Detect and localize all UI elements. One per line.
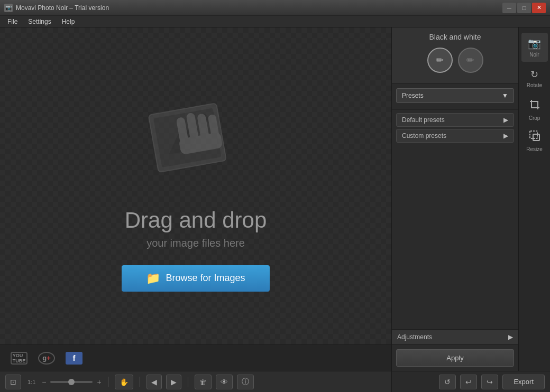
filter-section: Black and white ✏ ✏ <box>392 27 518 84</box>
filter-title: Black and white <box>397 33 513 41</box>
custom-presets-arrow: ▶ <box>503 132 508 139</box>
default-presets-arrow: ▶ <box>503 116 508 124</box>
pencil-icon-2: ✏ <box>466 54 474 66</box>
maximize-button[interactable]: □ <box>517 3 531 13</box>
export-bar: ↺ ↩ ↪ Export <box>392 371 550 392</box>
crop-tool[interactable]: Crop <box>521 95 548 124</box>
browse-images-button[interactable]: 📁 Browse for Images <box>122 265 270 292</box>
info-button[interactable]: ⓘ <box>237 375 254 389</box>
menubar: File Settings Help <box>0 16 550 27</box>
export-button[interactable]: Export <box>502 375 545 389</box>
resize-icon <box>529 130 540 144</box>
window-title: Movavi Photo Noir – Trial version <box>16 4 109 12</box>
browse-btn-label: Browse for Images <box>166 273 245 284</box>
separator <box>108 377 108 387</box>
redo-button[interactable]: ↪ <box>481 375 498 389</box>
noir-tool[interactable]: 📷 Noir <box>521 33 548 62</box>
minimize-button[interactable]: ─ <box>502 3 516 13</box>
resize-tool[interactable]: Resize <box>521 126 548 155</box>
crop-label: Crop <box>529 115 540 121</box>
menu-settings[interactable]: Settings <box>23 17 56 26</box>
undo-icon: ↩ <box>465 378 472 386</box>
rotate-label: Rotate <box>527 82 542 88</box>
resize-label: Resize <box>526 146 543 152</box>
presets-arrow: ▼ <box>502 92 508 99</box>
drop-text-area: Drag and drop your image files here <box>125 208 267 249</box>
zoom-minus-icon: − <box>42 378 46 386</box>
adjustments-arrow: ▶ <box>508 333 513 341</box>
right-panel-bottom: Adjustments ▶ Apply <box>392 329 518 371</box>
browse-folder-icon: 📁 <box>146 272 160 285</box>
presets-section: Presets ▼ <box>392 84 518 110</box>
redo-icon: ↪ <box>487 378 493 386</box>
custom-presets-item[interactable]: Custom presets ▶ <box>396 129 514 143</box>
drop-zone[interactable]: Drag and drop your image files here 📁 Br… <box>0 27 391 344</box>
undo-button[interactable]: ↩ <box>460 375 477 389</box>
separator3 <box>188 377 188 387</box>
default-presets-label: Default presets <box>402 116 445 124</box>
youtube-icon[interactable]: YOUTUBE <box>11 352 28 365</box>
menu-help[interactable]: Help <box>57 17 80 26</box>
pan-button[interactable]: ✋ <box>115 375 133 389</box>
right-column: Black and white ✏ ✏ Presets ▼ <box>391 27 550 392</box>
pencil-icon-1: ✏ <box>436 54 444 66</box>
default-presets-item[interactable]: Default presets ▶ <box>396 113 514 127</box>
social-bar: YOUTUBE g+ f <box>0 344 391 371</box>
rotate-ccw-icon: ↺ <box>444 378 451 386</box>
presets-label: Presets <box>402 92 424 99</box>
delete-button[interactable]: 🗑 <box>195 375 212 389</box>
bottom-toolbar: ⊡ 1:1 − + ✋ ◀ ▶ 🗑 👁 ⓘ <box>0 371 391 392</box>
presets-list: Default presets ▶ Custom presets ▶ <box>392 110 518 329</box>
filter-buttons: ✏ ✏ <box>397 48 513 73</box>
right-top-section: Black and white ✏ ✏ Presets ▼ <box>392 27 550 371</box>
rotate-ccw-button[interactable]: ↺ <box>439 375 456 389</box>
menu-file[interactable]: File <box>2 17 23 26</box>
zoom-slider[interactable] <box>50 381 93 383</box>
prev-image-button[interactable]: ◀ <box>146 375 162 389</box>
pencil-filter-button-2[interactable]: ✏ <box>458 48 483 73</box>
next-image-button[interactable]: ▶ <box>166 375 181 389</box>
svg-rect-11 <box>533 134 539 141</box>
app-icon: 📷 <box>4 4 13 12</box>
canvas-area: Drag and drop your image files here 📁 Br… <box>0 27 391 392</box>
titlebar: 📷 Movavi Photo Noir – Trial version ─ □ … <box>0 0 550 16</box>
main-layout: Drag and drop your image files here 📁 Br… <box>0 27 550 392</box>
adjustments-label: Adjustments <box>397 333 432 341</box>
right-panel-main: Black and white ✏ ✏ Presets ▼ <box>392 27 518 371</box>
crop-icon <box>529 99 540 113</box>
zoom-plus-icon: + <box>97 378 101 386</box>
rotate-icon: ↻ <box>530 69 538 80</box>
aspect-ratio-button[interactable]: ⊡ <box>5 375 21 389</box>
adjustments-row[interactable]: Adjustments ▶ <box>392 330 518 345</box>
separator2 <box>140 377 140 387</box>
custom-presets-label: Custom presets <box>402 132 446 139</box>
drop-icon <box>138 81 254 197</box>
zoom-label: 1:1 <box>25 379 38 385</box>
apply-button[interactable]: Apply <box>396 349 514 367</box>
noir-label: Noir <box>529 52 539 58</box>
rotate-tool[interactable]: ↻ Rotate <box>521 64 548 93</box>
presets-dropdown[interactable]: Presets ▼ <box>396 88 514 103</box>
googleplus-icon[interactable]: g+ <box>38 352 55 365</box>
close-button[interactable]: ✕ <box>532 3 546 13</box>
pencil-filter-button-1[interactable]: ✏ <box>427 48 453 73</box>
drop-sub-text: your image files here <box>125 237 267 249</box>
preview-button[interactable]: 👁 <box>216 375 233 389</box>
drop-main-text: Drag and drop <box>125 208 267 233</box>
right-sidebar: 📷 Noir ↻ Rotate Crop <box>518 27 550 371</box>
noir-icon: 📷 <box>528 37 541 50</box>
window-controls: ─ □ ✕ <box>502 3 546 13</box>
titlebar-left: 📷 Movavi Photo Noir – Trial version <box>4 4 109 12</box>
facebook-icon[interactable]: f <box>66 352 82 365</box>
